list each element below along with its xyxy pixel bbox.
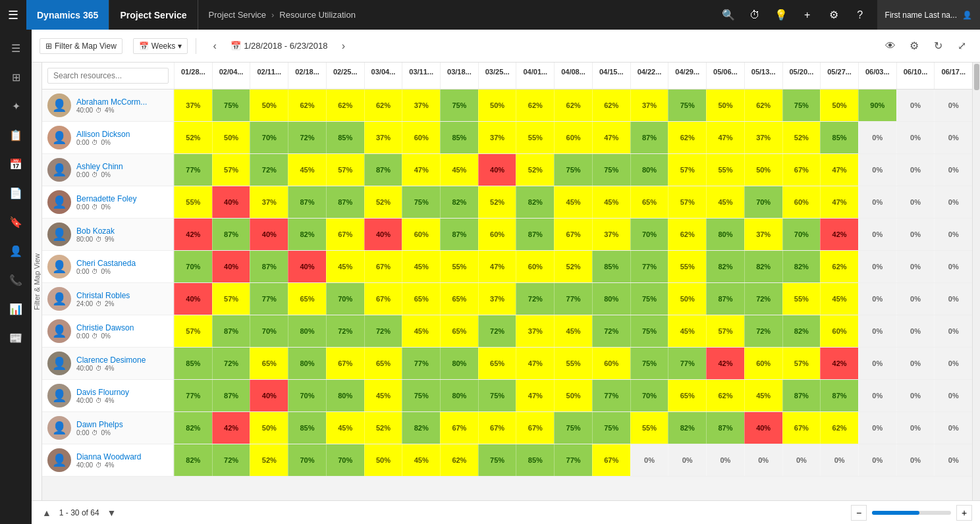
- utilization-cell[interactable]: 42%: [820, 348, 858, 379]
- utilization-cell[interactable]: 0%: [896, 348, 935, 379]
- utilization-cell[interactable]: 0%: [934, 186, 972, 218]
- utilization-cell[interactable]: 62%: [326, 90, 364, 121]
- utilization-cell[interactable]: 82%: [288, 219, 326, 250]
- filter-panel[interactable]: Filter & Map View: [32, 63, 42, 500]
- prev-date-button[interactable]: ‹: [204, 36, 225, 57]
- utilization-cell[interactable]: 75%: [630, 315, 668, 347]
- utilization-cell[interactable]: 80%: [630, 154, 668, 186]
- utilization-cell[interactable]: 60%: [516, 251, 554, 282]
- utilization-cell[interactable]: 40%: [250, 219, 288, 250]
- utilization-cell[interactable]: 82%: [706, 251, 744, 282]
- utilization-cell[interactable]: 0%: [934, 251, 972, 282]
- utilization-cell[interactable]: 67%: [782, 154, 821, 186]
- utilization-cell[interactable]: 65%: [440, 283, 478, 315]
- utilization-cell[interactable]: 45%: [402, 251, 440, 282]
- utilization-cell[interactable]: 47%: [516, 380, 554, 411]
- utilization-cell[interactable]: 47%: [478, 251, 516, 282]
- utilization-cell[interactable]: 87%: [212, 380, 250, 411]
- utilization-cell[interactable]: 0%: [896, 283, 935, 315]
- utilization-cell[interactable]: 70%: [630, 219, 668, 250]
- utilization-cell[interactable]: 0%: [858, 348, 896, 379]
- resource-name[interactable]: Christal Robles: [76, 291, 130, 300]
- utilization-cell[interactable]: 0%: [934, 122, 972, 153]
- next-date-button[interactable]: ›: [333, 36, 354, 57]
- utilization-cell[interactable]: 60%: [402, 122, 440, 153]
- utilization-cell[interactable]: 87%: [212, 219, 250, 250]
- resource-name[interactable]: Allison Dickson: [76, 130, 130, 139]
- utilization-cell[interactable]: 85%: [440, 122, 478, 153]
- utilization-cell[interactable]: 50%: [364, 444, 402, 476]
- utilization-cell[interactable]: 67%: [364, 283, 402, 315]
- utilization-cell[interactable]: 0%: [896, 412, 935, 444]
- utilization-cell[interactable]: 50%: [668, 283, 706, 315]
- utilization-cell[interactable]: 87%: [250, 251, 288, 282]
- utilization-cell[interactable]: 37%: [174, 90, 212, 121]
- utilization-cell[interactable]: 0%: [934, 315, 972, 347]
- utilization-cell[interactable]: 80%: [288, 315, 326, 347]
- utilization-cell[interactable]: 0%: [896, 122, 935, 153]
- utilization-cell[interactable]: 85%: [326, 122, 364, 153]
- utilization-cell[interactable]: 0%: [858, 444, 896, 476]
- utilization-cell[interactable]: 82%: [744, 251, 782, 282]
- add-icon[interactable]: +: [796, 3, 819, 27]
- utilization-cell[interactable]: 55%: [706, 154, 744, 186]
- utilization-cell[interactable]: 55%: [668, 251, 706, 282]
- utilization-cell[interactable]: 0%: [934, 444, 972, 476]
- utilization-cell[interactable]: 42%: [820, 219, 858, 250]
- utilization-cell[interactable]: 57%: [174, 315, 212, 347]
- utilization-cell[interactable]: 80%: [440, 348, 478, 379]
- utilization-cell[interactable]: 72%: [744, 283, 782, 315]
- utilization-cell[interactable]: 47%: [820, 186, 858, 218]
- utilization-cell[interactable]: 0%: [896, 219, 935, 250]
- utilization-cell[interactable]: 82%: [440, 186, 478, 218]
- utilization-cell[interactable]: 82%: [174, 444, 212, 476]
- sidebar-item-menu[interactable]: ☰: [3, 35, 29, 61]
- map-view-button[interactable]: ⊞ Filter & Map View: [40, 38, 122, 54]
- sidebar-item-doc[interactable]: 📄: [3, 180, 29, 206]
- sidebar-item-calendar[interactable]: 📅: [3, 151, 29, 177]
- utilization-cell[interactable]: 0%: [858, 122, 896, 153]
- utilization-cell[interactable]: 80%: [440, 380, 478, 411]
- page-up-button[interactable]: ▲: [40, 506, 54, 519]
- utilization-cell[interactable]: 52%: [478, 186, 516, 218]
- utilization-cell[interactable]: 75%: [212, 90, 250, 121]
- project-service-link[interactable]: Project Service: [109, 0, 198, 30]
- utilization-cell[interactable]: 0%: [896, 251, 935, 282]
- utilization-cell[interactable]: 40%: [288, 251, 326, 282]
- utilization-cell[interactable]: 52%: [174, 122, 212, 153]
- settings-button[interactable]: ⚙: [904, 36, 925, 57]
- utilization-cell[interactable]: 0%: [630, 444, 668, 476]
- search-input[interactable]: [47, 68, 169, 84]
- utilization-cell[interactable]: 55%: [782, 283, 821, 315]
- utilization-cell[interactable]: 0%: [858, 412, 896, 444]
- utilization-cell[interactable]: 87%: [364, 154, 402, 186]
- utilization-cell[interactable]: 52%: [782, 122, 821, 153]
- utilization-cell[interactable]: 85%: [288, 412, 326, 444]
- utilization-cell[interactable]: 57%: [706, 315, 744, 347]
- utilization-cell[interactable]: 72%: [288, 122, 326, 153]
- utilization-cell[interactable]: 75%: [668, 90, 706, 121]
- sidebar-item-chart[interactable]: 📊: [3, 296, 29, 322]
- utilization-cell[interactable]: 60%: [478, 219, 516, 250]
- utilization-cell[interactable]: 0%: [896, 444, 935, 476]
- utilization-cell[interactable]: 47%: [516, 348, 554, 379]
- resource-name[interactable]: Cheri Castaneda: [76, 259, 136, 268]
- resource-name[interactable]: Bob Kozak: [76, 226, 115, 236]
- user-profile[interactable]: First name Last na... 👤: [877, 0, 980, 30]
- utilization-cell[interactable]: 75%: [554, 154, 592, 186]
- refresh-button[interactable]: ↻: [927, 36, 948, 57]
- utilization-cell[interactable]: 77%: [402, 348, 440, 379]
- utilization-cell[interactable]: 70%: [630, 380, 668, 411]
- utilization-cell[interactable]: 0%: [896, 154, 935, 186]
- utilization-cell[interactable]: 77%: [174, 380, 212, 411]
- utilization-cell[interactable]: 70%: [744, 186, 782, 218]
- utilization-cell[interactable]: 62%: [288, 90, 326, 121]
- utilization-cell[interactable]: 50%: [212, 122, 250, 153]
- utilization-cell[interactable]: 77%: [554, 283, 592, 315]
- resource-name[interactable]: Ashley Chinn: [76, 162, 123, 171]
- utilization-cell[interactable]: 55%: [554, 348, 592, 379]
- utilization-cell[interactable]: 82%: [668, 412, 706, 444]
- utilization-cell[interactable]: 47%: [706, 122, 744, 153]
- utilization-cell[interactable]: 62%: [668, 219, 706, 250]
- utilization-cell[interactable]: 37%: [478, 283, 516, 315]
